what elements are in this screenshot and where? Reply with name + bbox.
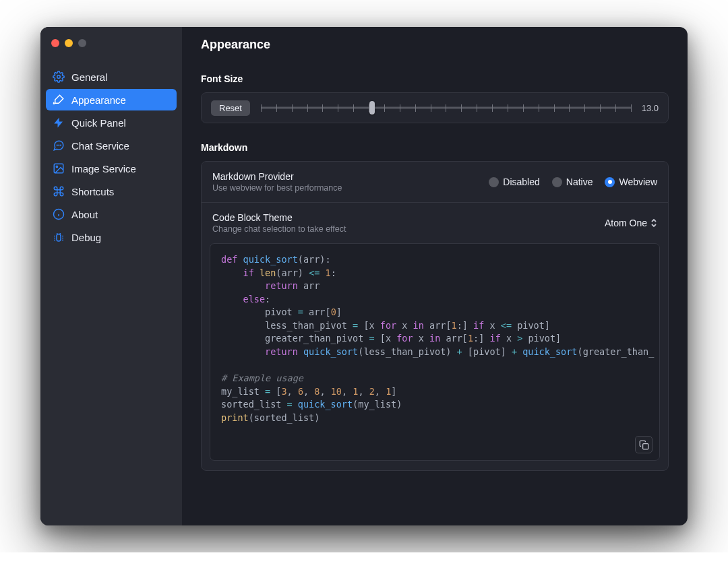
- markdown-provider-row: Markdown Provider Use webview for best p…: [202, 162, 668, 202]
- sidebar-item-general[interactable]: General: [46, 66, 177, 88]
- section-font-size-title: Font Size: [201, 73, 669, 84]
- font-size-value: 13.0: [638, 103, 659, 113]
- paintbrush-icon: [53, 94, 65, 106]
- sidebar-item-image-service[interactable]: Image Service: [46, 158, 177, 179]
- sidebar-nav: General Appearance Quick Panel Chat Serv…: [40, 66, 182, 249]
- svg-point-1: [57, 145, 57, 146]
- markdown-card: Markdown Provider Use webview for best p…: [201, 161, 669, 471]
- bolt-icon: [53, 117, 65, 129]
- font-size-slider[interactable]: [261, 100, 632, 116]
- sidebar-item-label: Image Service: [71, 163, 136, 174]
- copy-button[interactable]: [635, 436, 653, 453]
- sidebar-item-label: Chat Service: [71, 140, 129, 152]
- radio-webview[interactable]: Webview: [605, 176, 657, 187]
- svg-point-0: [57, 75, 61, 79]
- sidebar-item-debug[interactable]: Debug: [46, 226, 177, 248]
- command-icon: [53, 185, 65, 197]
- markdown-provider-options: Disabled Native Webview: [489, 176, 657, 187]
- code-preview: def quick_sort(arr): if len(arr) <= 1: r…: [210, 243, 660, 461]
- settings-window: General Appearance Quick Panel Chat Serv…: [40, 27, 688, 525]
- reset-button[interactable]: Reset: [211, 100, 250, 116]
- window-controls: [40, 39, 182, 47]
- sidebar-item-chat-service[interactable]: Chat Service: [46, 135, 177, 156]
- sidebar-item-about[interactable]: About: [46, 203, 177, 225]
- markdown-provider-title: Markdown Provider: [212, 171, 481, 182]
- sidebar-item-label: Quick Panel: [71, 117, 126, 129]
- radio-label: Native: [566, 176, 593, 187]
- font-size-card: Reset 13.0: [201, 92, 669, 123]
- sidebar-item-label: General: [71, 71, 107, 83]
- svg-point-3: [61, 145, 61, 146]
- sidebar-item-label: Shortcuts: [71, 186, 114, 197]
- bug-icon: [53, 231, 65, 243]
- markdown-provider-subtitle: Use webview for best performance: [212, 183, 481, 193]
- sidebar-item-quick-panel[interactable]: Quick Panel: [46, 112, 177, 133]
- image-icon: [53, 162, 65, 174]
- radio-disabled[interactable]: Disabled: [489, 176, 539, 187]
- page-title: Appearance: [182, 27, 688, 65]
- radio-native[interactable]: Native: [552, 176, 593, 187]
- close-icon[interactable]: [51, 39, 59, 47]
- code-block-theme-subtitle: Change chat selection to take effect: [212, 224, 597, 234]
- sidebar-item-appearance[interactable]: Appearance: [46, 89, 177, 110]
- chevron-updown-icon: [650, 218, 657, 228]
- sidebar-item-shortcuts[interactable]: Shortcuts: [46, 181, 177, 202]
- radio-label: Webview: [619, 176, 657, 187]
- radio-label: Disabled: [503, 176, 539, 187]
- svg-rect-10: [642, 444, 648, 449]
- code-block-theme-row: Code Block Theme Change chat selection t…: [202, 202, 668, 243]
- svg-rect-9: [57, 234, 61, 242]
- slider-thumb[interactable]: [369, 101, 375, 115]
- section-markdown-title: Markdown: [201, 142, 669, 153]
- code-block-theme-title: Code Block Theme: [212, 212, 597, 223]
- minimize-icon[interactable]: [65, 39, 73, 47]
- gear-icon: [53, 71, 65, 83]
- svg-point-5: [56, 166, 57, 167]
- font-size-slider-wrap: 13.0: [261, 100, 659, 116]
- info-icon: [53, 208, 65, 220]
- svg-point-2: [59, 145, 59, 146]
- main-panel: Appearance Font Size Reset 13.0 Markdown: [182, 27, 688, 525]
- sidebar-item-label: About: [71, 209, 98, 220]
- sidebar-item-label: Debug: [71, 232, 101, 243]
- zoom-icon[interactable]: [78, 39, 86, 47]
- select-value: Atom One: [605, 218, 647, 228]
- sidebar: General Appearance Quick Panel Chat Serv…: [40, 27, 182, 525]
- code-block-theme-select[interactable]: Atom One: [605, 218, 657, 228]
- sidebar-item-label: Appearance: [71, 94, 126, 106]
- chat-icon: [53, 139, 65, 152]
